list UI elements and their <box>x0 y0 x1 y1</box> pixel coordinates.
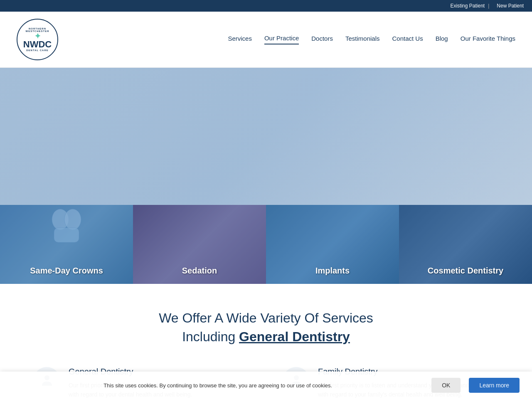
existing-patient-link[interactable]: Existing Patient <box>450 3 485 9</box>
logo-bottom-text: DENTAL CARE <box>26 49 48 52</box>
nav-item-our-practice[interactable]: Our Practice <box>264 34 299 44</box>
section-title: We Offer A Wide Variety Of Services Incl… <box>33 309 499 346</box>
section-title-line2-bold: General Dentistry <box>239 329 350 344</box>
top-bar: Existing Patient | New Patient <box>0 0 532 12</box>
header: NORTHERN WESTCHESTER ✦ NWDC DENTAL CARE … <box>0 12 532 68</box>
service-tile-cosmetic-dentistry[interactable]: Cosmetic Dentistry <box>399 205 532 284</box>
cookie-text: This site uses cookies. By continuing to… <box>12 382 423 389</box>
nav-item-contact-us[interactable]: Contact Us <box>392 35 423 44</box>
hero-background <box>0 68 532 205</box>
section-title-line2-normal: Including <box>182 329 239 344</box>
logo-abbr: NWDC <box>23 40 52 49</box>
logo[interactable]: NORTHERN WESTCHESTER ✦ NWDC DENTAL CARE <box>17 19 58 60</box>
service-tile-sedation[interactable]: Sedation <box>133 205 266 284</box>
nav-item-services[interactable]: Services <box>228 35 252 44</box>
tile-label-cosmetic-dentistry: Cosmetic Dentistry <box>428 266 503 276</box>
service-tile-same-day-crowns[interactable]: Same-Day Crowns <box>0 205 133 284</box>
nav-item-blog[interactable]: Blog <box>436 35 448 44</box>
navigation: Services Our Practice Doctors Testimonia… <box>228 34 515 44</box>
service-tile-implants[interactable]: Implants <box>266 205 399 284</box>
cookie-ok-button[interactable]: OK <box>431 378 461 393</box>
section-title-line1: We Offer A Wide Variety Of Services <box>159 310 373 325</box>
cookie-banner: This site uses cookies. By continuing to… <box>0 372 532 399</box>
divider: | <box>488 3 489 9</box>
tile-label-sedation: Sedation <box>182 266 217 276</box>
new-patient-link[interactable]: New Patient <box>497 3 524 9</box>
nav-item-our-favorite-things[interactable]: Our Favorite Things <box>461 35 515 44</box>
tile-label-same-day-crowns: Same-Day Crowns <box>30 266 103 276</box>
nav-item-testimonials[interactable]: Testimonials <box>345 35 380 44</box>
hero-banner <box>0 68 532 205</box>
tooth-icon <box>46 207 87 249</box>
service-tiles: Same-Day Crowns Sedation Implants Cosmet… <box>0 205 532 284</box>
svg-point-1 <box>64 209 81 230</box>
tile-label-implants: Implants <box>315 266 350 276</box>
logo-circle: NORTHERN WESTCHESTER ✦ NWDC DENTAL CARE <box>17 19 58 60</box>
svg-rect-2 <box>54 228 79 242</box>
nav-item-doctors[interactable]: Doctors <box>311 35 333 44</box>
cookie-learn-more-button[interactable]: Learn more <box>469 378 520 393</box>
